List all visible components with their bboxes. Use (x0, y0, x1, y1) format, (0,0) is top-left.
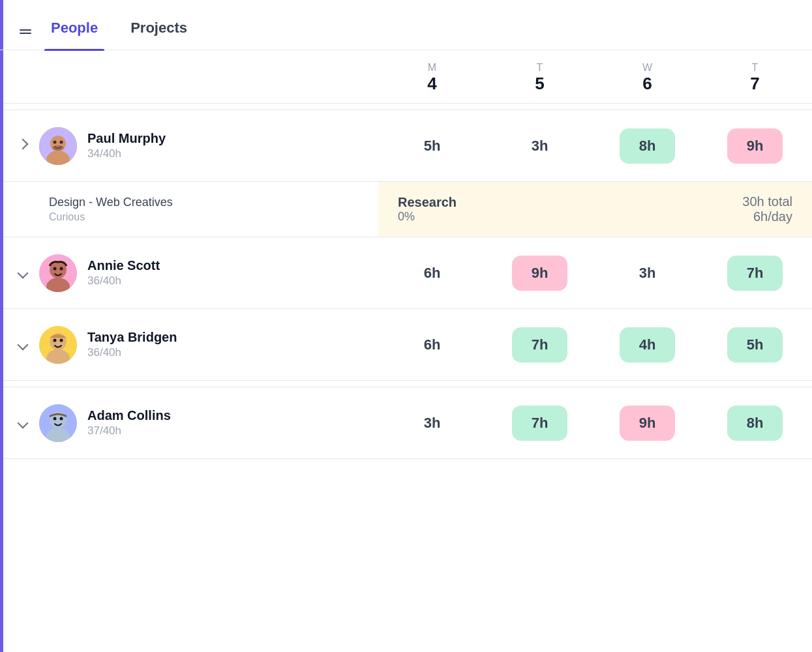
avatar-paul (39, 127, 77, 165)
adam-day3: 9h (594, 400, 701, 446)
chevron-paul[interactable] (13, 136, 33, 156)
chevron-down-icon (18, 339, 29, 350)
svg-point-9 (53, 267, 57, 270)
paul-day2: 3h (486, 123, 594, 169)
svg-point-15 (60, 338, 63, 342)
collapse-button[interactable] (20, 29, 31, 50)
spacer-row (0, 104, 812, 110)
day-header-tue: T 5 (486, 62, 594, 94)
avatar-annie (39, 254, 77, 292)
day-headers-row: M 4 T 5 W 6 T 7 (0, 50, 812, 104)
header: People Projects (0, 0, 812, 50)
day-header-thu: T 7 (701, 62, 809, 94)
person-row-adam: Adam Collins 37/40h 3h 7h 9h 8h (0, 387, 812, 459)
svg-point-3 (53, 140, 57, 143)
paul-day4: 9h (701, 123, 809, 169)
person-info-adam: Adam Collins 37/40h (0, 404, 378, 442)
chevron-annie[interactable] (13, 263, 33, 283)
chevron-down-icon (18, 267, 29, 278)
annie-day4: 7h (701, 250, 809, 296)
project-detail-paul: Research 0% 30h total 6h/day (378, 182, 812, 237)
tanya-day4: 5h (701, 322, 809, 368)
project-total-hours-paul: 30h total (742, 194, 792, 209)
tanya-day2: 7h (486, 322, 594, 368)
adam-day1: 3h (378, 400, 486, 446)
svg-point-4 (60, 140, 63, 143)
app-container: People Projects M 4 T 5 W 6 T 7 (0, 0, 812, 652)
avatar-adam-svg (39, 404, 77, 442)
svg-point-14 (53, 338, 57, 342)
adam-day2: 7h (486, 400, 594, 446)
person-info-annie: Annie Scott 36/40h (0, 254, 378, 292)
chevron-adam[interactable] (13, 413, 33, 433)
tab-projects[interactable]: Projects (124, 20, 194, 50)
tabs: People Projects (44, 20, 213, 50)
project-day-rate-paul: 6h/day (742, 209, 792, 224)
tanya-day1: 6h (378, 322, 486, 368)
person-details-annie: Annie Scott 36/40h (87, 258, 160, 288)
svg-point-20 (60, 417, 63, 420)
annie-day3: 3h (594, 250, 701, 296)
avatar-tanya-svg (39, 326, 77, 364)
avatar-annie-svg (39, 254, 77, 292)
spacer-row2 (0, 381, 812, 387)
annie-day1: 6h (378, 250, 486, 296)
person-details-paul: Paul Murphy 34/40h (87, 131, 166, 160)
person-details-tanya: Tanya Bridgen 36/40h (87, 330, 177, 359)
avatar-tanya (39, 326, 77, 364)
person-info-tanya: Tanya Bridgen 36/40h (0, 326, 378, 364)
annie-day2: 9h (486, 250, 594, 296)
paul-day1: 5h (378, 123, 486, 169)
person-row-paul: Paul Murphy 34/40h 5h 3h 8h 9h (0, 110, 812, 182)
day-header-spacer (0, 62, 378, 94)
project-info-paul: Design - Web Creatives Curious (0, 182, 378, 237)
adam-day4: 8h (701, 400, 809, 446)
person-info-paul: Paul Murphy 34/40h (0, 127, 378, 165)
svg-point-10 (60, 267, 63, 270)
tab-people[interactable]: People (44, 20, 104, 50)
chevron-tanya[interactable] (13, 335, 33, 355)
paul-day3: 8h (594, 123, 701, 169)
chevron-up-icon (18, 139, 29, 150)
project-task-paul: Research 0% (398, 195, 457, 224)
project-row-paul: Design - Web Creatives Curious Research … (0, 182, 812, 237)
avatar-paul-svg (39, 127, 77, 165)
svg-point-19 (53, 417, 57, 420)
day-header-mon: M 4 (378, 62, 486, 94)
day-header-wed: W 6 (594, 62, 701, 94)
project-totals-paul: 30h total 6h/day (742, 194, 792, 224)
avatar-adam (39, 404, 77, 442)
svg-point-5 (52, 145, 64, 151)
tanya-day3: 4h (594, 322, 701, 368)
chevron-down-icon (18, 417, 29, 428)
person-row-annie: Annie Scott 36/40h 6h 9h 3h 7h (0, 237, 812, 309)
person-row-tanya: Tanya Bridgen 36/40h 6h 7h 4h 5h (0, 309, 812, 381)
person-details-adam: Adam Collins 37/40h (87, 408, 171, 437)
